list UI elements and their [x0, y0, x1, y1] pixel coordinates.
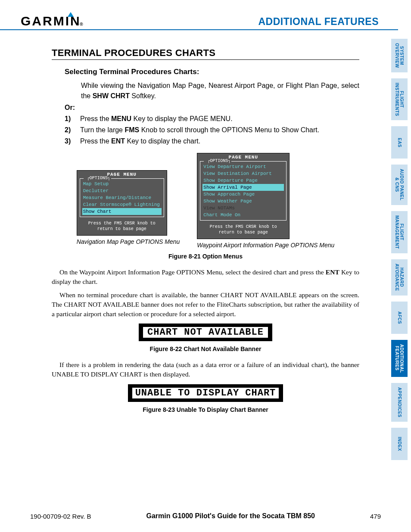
section-heading: TERMINAL PROCEDURES CHARTS: [52, 47, 359, 60]
menu-left-foot1: Press the FMS CRSR knob to: [88, 221, 156, 226]
tab-flight-instruments[interactable]: FLIGHT INSTRUMENTS: [391, 78, 408, 121]
page-header: GARMIN ® ADDITIONAL FEATURES: [0, 0, 398, 30]
opt-declutter[interactable]: Declutter: [82, 187, 162, 194]
tab-additional-features[interactable]: ADDITIONAL FEATURES: [391, 340, 408, 377]
opt-view-notams: View NOTAMs: [202, 205, 284, 212]
intro-paragraph: While viewing the Navigation Map Page, N…: [81, 81, 359, 101]
opt-show-dep-page[interactable]: Show Departure Page: [202, 177, 284, 184]
options-label-left: ┌OPTIONS┐: [84, 176, 111, 180]
intro-key: SHW CHRT: [93, 92, 130, 100]
banner1-text: CHART NOT AVAILABLE: [143, 327, 268, 338]
step-1-key: MENU: [111, 115, 131, 122]
tab-afcs[interactable]: AFCS: [391, 302, 408, 334]
logo-dot: ®: [80, 22, 84, 27]
menu-right-wrapper: PAGE MENU ┌OPTIONS┐ View Departure Airpo…: [197, 153, 334, 249]
body-p1-key: ENT: [326, 268, 339, 276]
step-1-post: Key to display the PAGE MENU.: [131, 115, 232, 122]
body-p3: If there is a problem in rendering the d…: [52, 360, 359, 379]
step-2-post: Knob to scroll through the OPTIONS Menu …: [139, 126, 319, 134]
tab-hazard-avoidance[interactable]: HAZARD AVOIDANCE: [391, 259, 408, 296]
step-3-num: 3): [65, 137, 80, 145]
figure-8-21-caption: Figure 8-21 Option Menus: [52, 253, 359, 260]
opt-view-dep-airport[interactable]: View Departure Airport: [202, 163, 284, 170]
section-tabs: SYSTEM OVERVIEW FLIGHT INSTRUMENTS EAS A…: [391, 39, 408, 460]
step-3-post: Key to display the chart.: [125, 137, 200, 145]
page-content: TERMINAL PROCEDURES CHARTS Selecting Ter…: [0, 30, 389, 413]
step-2: 2) Turn the large FMS Knob to scroll thr…: [65, 126, 359, 134]
unable-to-display-banner: UNABLE TO DISPLAY CHART: [128, 384, 283, 402]
menu-right-caption: Waypoint Airport Information Page OPTION…: [197, 242, 334, 249]
body-p1: On the Waypoint Airport Information Page…: [52, 268, 359, 286]
menu-left-footer: Press the FMS CRSR knob to return to bas…: [77, 219, 167, 233]
menu-right-options: ┌OPTIONS┐ View Departure Airport View De…: [200, 161, 286, 221]
figure-8-23-caption: Figure 8-23 Unable To Display Chart Bann…: [52, 406, 359, 413]
options-label-right: ┌OPTIONS┐: [204, 159, 231, 163]
step-2-key: FMS: [125, 126, 139, 134]
subheading: Selecting Terminal Procedures Charts:: [65, 68, 359, 76]
opt-clear-stormscope[interactable]: Clear Stormscope® Lightning: [82, 201, 162, 208]
tab-appendices[interactable]: APPENDICES: [391, 383, 408, 422]
garmin-logo: GARMIN ®: [21, 14, 81, 29]
tab-audio-panel-cns[interactable]: AUDIO PANEL & CNS: [391, 165, 408, 205]
step-2-pre: Turn the large: [80, 126, 125, 134]
banner2-text: UNABLE TO DISPLAY CHART: [132, 388, 279, 398]
opt-chart-mode-on[interactable]: Chart Mode On: [202, 212, 284, 218]
menu-right-footer: Press the FMS CRSR knob to return to bas…: [197, 222, 289, 236]
header-title: ADDITIONAL FEATURES: [258, 16, 379, 29]
page-footer: 190-00709-02 Rev. B Garmin G1000 Pilot's…: [30, 512, 381, 520]
tab-flight-management[interactable]: FLIGHT MANAGEMENT: [391, 211, 408, 253]
opt-view-dest-airport[interactable]: View Destination Airport: [202, 170, 284, 177]
footer-doc-rev: 190-00709-02 Rev. B: [30, 513, 91, 520]
body-p1-pre: On the Waypoint Airport Information Page…: [59, 268, 326, 276]
step-3-key: ENT: [111, 137, 125, 145]
waypoint-options-menu: PAGE MENU ┌OPTIONS┐ View Departure Airpo…: [197, 153, 290, 239]
menu-left-options: ┌OPTIONS┐ Map Setup Declutter Measure Be…: [80, 178, 164, 217]
step-1-pre: Press the: [80, 115, 111, 122]
menu-right-foot2: return to base page: [219, 230, 268, 235]
opt-show-chart[interactable]: Show Chart: [82, 208, 162, 215]
tab-eas[interactable]: EAS: [391, 126, 408, 159]
figure-8-21: PAGE MENU ┌OPTIONS┐ Map Setup Declutter …: [52, 153, 359, 249]
or-label: Or:: [65, 104, 359, 112]
tab-index[interactable]: INDEX: [391, 428, 408, 460]
footer-title: Garmin G1000 Pilot's Guide for the Socat…: [146, 512, 314, 520]
footer-page-number: 479: [370, 513, 381, 520]
body-p2: When no terminal procedure chart is avai…: [52, 290, 359, 318]
step-2-num: 2): [65, 126, 80, 134]
step-1: 1) Press the MENU Key to display the PAG…: [65, 115, 359, 123]
step-3-pre: Press the: [80, 137, 111, 145]
opt-map-setup[interactable]: Map Setup: [82, 180, 162, 187]
steps-list: 1) Press the MENU Key to display the PAG…: [65, 115, 359, 145]
menu-left-wrapper: PAGE MENU ┌OPTIONS┐ Map Setup Declutter …: [77, 170, 180, 245]
nav-map-options-menu: PAGE MENU ┌OPTIONS┐ Map Setup Declutter …: [77, 170, 167, 236]
opt-show-approach-page[interactable]: Show Approach Page: [202, 191, 284, 198]
figure-8-22-caption: Figure 8-22 Chart Not Available Banner: [52, 345, 359, 352]
step-3: 3) Press the ENT Key to display the char…: [65, 137, 359, 145]
chart-not-available-banner: CHART NOT AVAILABLE: [139, 324, 272, 341]
intro-post: Softkey.: [130, 92, 156, 100]
opt-show-weather-page[interactable]: Show Weather Page: [202, 198, 284, 205]
opt-measure-bearing[interactable]: Measure Bearing/Distance: [82, 194, 162, 201]
menu-left-foot2: return to base page: [97, 227, 146, 231]
step-1-num: 1): [65, 115, 80, 123]
menu-right-foot1: Press the FMS CRSR knob to: [210, 224, 277, 229]
menu-left-caption: Navigation Map Page OPTIONS Menu: [77, 238, 180, 245]
tab-system-overview[interactable]: SYSTEM OVERVIEW: [391, 39, 408, 72]
logo-triangle-icon: [68, 12, 74, 17]
opt-show-arrival-page[interactable]: Show Arrival Page: [202, 184, 284, 191]
